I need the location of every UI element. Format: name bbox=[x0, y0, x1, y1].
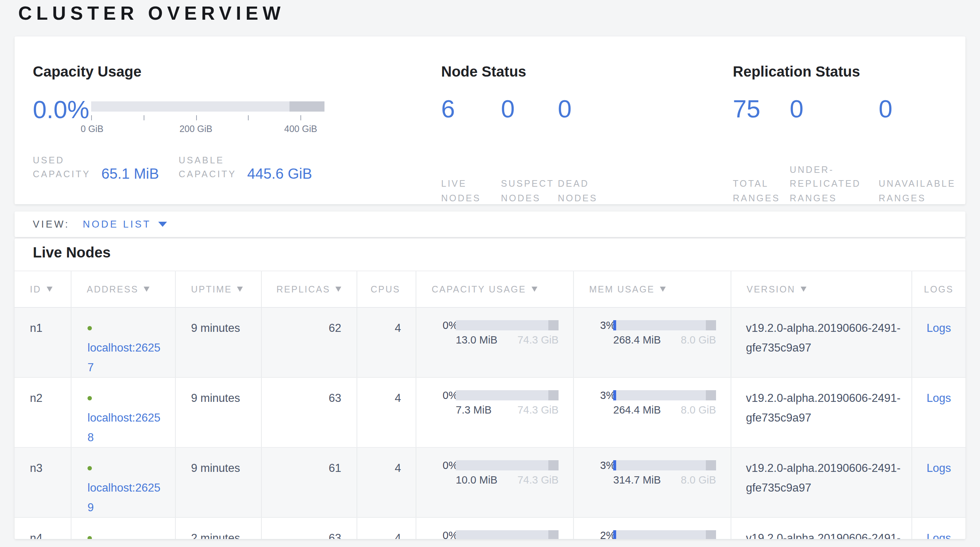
node-status-label: DEAD NODES bbox=[558, 177, 622, 206]
table-row-n1: n1localhost:262579 minutes6240%13.0 MiB7… bbox=[14, 308, 966, 377]
capacity-usage-top: 0% bbox=[442, 530, 573, 539]
capacity-usage-bar bbox=[456, 320, 558, 330]
mem-usage-top: 3% bbox=[600, 320, 730, 331]
mem-usage-bar bbox=[613, 460, 716, 470]
column-header-address[interactable]: ADDRESS bbox=[72, 271, 176, 307]
mem-usage-percent: 3% bbox=[600, 320, 612, 330]
column-header-label: VERSION bbox=[747, 284, 795, 294]
mem-used-value: 264.4 MiB bbox=[613, 403, 661, 417]
mem-usage-bar bbox=[613, 530, 716, 539]
capacity-usage-bar-dark-segment bbox=[548, 530, 558, 539]
replication-status-value: 75 bbox=[733, 95, 790, 122]
node-address-wrap: localhost:26257 bbox=[88, 318, 165, 377]
node-capacity-usage-cell: 0%11.9 MiB74.3 GiB bbox=[416, 518, 574, 539]
node-cpus-cell: 4 bbox=[357, 308, 416, 377]
column-header-label: CAPACITY USAGE bbox=[432, 284, 526, 294]
column-header-logs: LOGS bbox=[912, 271, 966, 307]
node-address-link[interactable]: localhost:26258 bbox=[88, 411, 161, 444]
node-cpus-cell: 4 bbox=[357, 378, 416, 447]
mem-usage-widget: 2%232.0 MiB8.0 GiB bbox=[574, 530, 730, 539]
mem-usage-top: 3% bbox=[600, 390, 730, 401]
mem-usage-bar-fill bbox=[613, 460, 616, 470]
node-address-link[interactable]: localhost:26257 bbox=[88, 341, 161, 374]
sort-descending-icon bbox=[46, 287, 52, 292]
node-status-heading: Node Status bbox=[441, 63, 526, 80]
capacity-usage-widget: 0%10.0 MiB74.3 GiB bbox=[416, 460, 573, 487]
node-logs-cell: Logs bbox=[912, 448, 966, 517]
mem-usage-values: 314.7 MiB8.0 GiB bbox=[613, 473, 716, 487]
node-status-stats: 6LIVE NODES0SUSPECT NODES0DEAD NODES bbox=[441, 95, 625, 206]
capacity-used-value: 7.3 MiB bbox=[456, 403, 492, 417]
node-logs-link[interactable]: Logs bbox=[926, 462, 951, 474]
node-version-cell: v19.2.0-alpha.20190606-2491-gfe735c9a97 bbox=[731, 308, 912, 377]
view-bar-card: VIEW: NODE LIST bbox=[14, 211, 966, 237]
axis-label-400gib: 400 GiB bbox=[285, 124, 317, 134]
node-status-value: 6 bbox=[441, 95, 501, 122]
node-status-value: 0 bbox=[501, 95, 558, 122]
sort-descending-icon bbox=[800, 287, 807, 292]
mem-total-value: 8.0 GiB bbox=[681, 403, 716, 417]
column-header-id[interactable]: ID bbox=[14, 271, 72, 307]
node-version-text: v19.2.0-alpha.20190606-2491-gfe735c9a97 bbox=[746, 528, 902, 539]
mem-usage-percent: 3% bbox=[600, 390, 612, 400]
node-address-link[interactable]: localhost:26259 bbox=[88, 481, 161, 514]
mem-usage-widget: 3%314.7 MiB8.0 GiB bbox=[574, 460, 730, 487]
replication-status-stat: 0UNAVAILABLE RANGES bbox=[879, 95, 975, 206]
summary-card: Capacity Usage Node Status Replication S… bbox=[14, 37, 966, 204]
node-capacity-usage-cell: 0%13.0 MiB74.3 GiB bbox=[416, 308, 574, 377]
capacity-gauge-tick bbox=[144, 115, 145, 120]
mem-total-value: 8.0 GiB bbox=[681, 333, 716, 347]
mem-used-value: 314.7 MiB bbox=[613, 473, 661, 487]
column-header-label: ID bbox=[30, 284, 41, 294]
replication-status-label: TOTAL RANGES bbox=[733, 177, 787, 206]
node-replicas-cell: 61 bbox=[262, 448, 357, 517]
node-replicas-cell: 63 bbox=[262, 378, 357, 447]
node-capacity-usage-cell: 0%7.3 MiB74.3 GiB bbox=[416, 378, 574, 447]
column-header-replicas[interactable]: REPLICAS bbox=[262, 271, 357, 307]
mem-usage-bar-fill bbox=[613, 530, 616, 539]
column-header-label: REPLICAS bbox=[276, 284, 330, 294]
column-header-label: UPTIME bbox=[191, 284, 232, 294]
node-cpus-cell: 4 bbox=[357, 518, 416, 539]
table-row-n2: n2localhost:262589 minutes6340%7.3 MiB74… bbox=[14, 377, 966, 447]
node-id-cell: n1 bbox=[14, 308, 72, 377]
page-title: CLUSTER OVERVIEW bbox=[18, 2, 285, 25]
capacity-usage-widget: 0%11.9 MiB74.3 GiB bbox=[416, 530, 573, 539]
node-logs-link[interactable]: Logs bbox=[926, 532, 951, 539]
capacity-gauge: 0 GiB 200 GiB 400 GiB bbox=[91, 102, 325, 135]
node-address-cell: localhost:26261 bbox=[72, 518, 176, 539]
capacity-used-value: 10.0 MiB bbox=[456, 473, 497, 487]
column-header-label: ADDRESS bbox=[87, 284, 138, 294]
usable-capacity-value: 445.6 GiB bbox=[247, 165, 312, 181]
capacity-gauge-dark-segment bbox=[290, 102, 325, 111]
sort-descending-icon bbox=[336, 287, 341, 292]
node-status-label: SUSPECT NODES bbox=[501, 177, 555, 206]
column-header-capacity[interactable]: CAPACITY USAGE bbox=[416, 271, 574, 307]
view-selector[interactable]: NODE LIST bbox=[83, 219, 167, 230]
capacity-gauge-ticks bbox=[91, 115, 325, 121]
sort-descending-icon bbox=[144, 287, 150, 292]
column-header-mem[interactable]: MEM USAGE bbox=[574, 271, 731, 307]
capacity-gauge-tick bbox=[196, 115, 197, 120]
mem-usage-bar-dark-segment bbox=[706, 390, 716, 400]
node-cpus-cell: 4 bbox=[357, 448, 416, 517]
mem-usage-bar-fill bbox=[613, 390, 616, 400]
view-label: VIEW: bbox=[33, 219, 70, 230]
node-logs-link[interactable]: Logs bbox=[926, 392, 951, 404]
mem-usage-bar bbox=[613, 320, 716, 330]
column-header-version[interactable]: VERSION bbox=[731, 271, 912, 307]
node-capacity-usage-cell: 0%10.0 MiB74.3 GiB bbox=[416, 448, 574, 517]
column-header-uptime[interactable]: UPTIME bbox=[176, 271, 262, 307]
node-mem-usage-cell: 3%268.4 MiB8.0 GiB bbox=[574, 308, 731, 377]
view-selected-option[interactable]: NODE LIST bbox=[83, 219, 151, 230]
capacity-usage-heading: Capacity Usage bbox=[33, 63, 142, 80]
capacity-usage-percent: 0% bbox=[442, 530, 454, 539]
node-status-label: LIVE NODES bbox=[441, 177, 498, 206]
capacity-usage-bar-dark-segment bbox=[548, 460, 558, 470]
node-version-cell: v19.2.0-alpha.20190606-2491-gfe735c9a97 bbox=[731, 448, 912, 517]
column-header-cpus: CPUS bbox=[357, 271, 416, 307]
sort-descending-icon bbox=[237, 287, 243, 292]
node-logs-link[interactable]: Logs bbox=[926, 322, 951, 334]
sort-descending-icon bbox=[660, 287, 666, 292]
replication-status-value: 0 bbox=[790, 95, 879, 122]
